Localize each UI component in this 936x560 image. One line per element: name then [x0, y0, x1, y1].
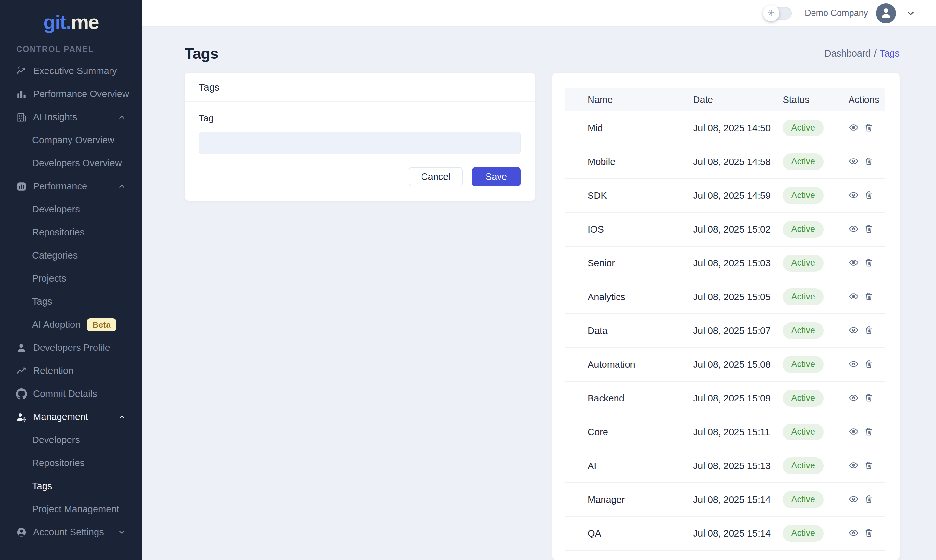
table-row: AnalyticsJul 08, 2025 15:05Active	[565, 280, 885, 314]
status-cell: Active	[776, 322, 834, 339]
trash-icon	[864, 359, 874, 370]
eye-icon	[848, 426, 859, 437]
company-name: Demo Company	[805, 8, 868, 18]
delete-button[interactable]	[864, 528, 874, 539]
status-badge: Active	[783, 356, 823, 372]
table-row: BackendJul 08, 2025 15:09Active	[565, 382, 885, 415]
view-button[interactable]	[848, 528, 859, 539]
cancel-button[interactable]: Cancel	[409, 167, 463, 186]
delete-button[interactable]	[864, 258, 874, 269]
tag-date: Jul 08, 2025 15:07	[693, 326, 776, 336]
status-cell: Active	[776, 423, 834, 440]
delete-button[interactable]	[864, 156, 874, 167]
delete-button[interactable]	[864, 494, 874, 505]
breadcrumb-current[interactable]: Tags	[880, 48, 900, 58]
person-icon	[879, 6, 893, 20]
column-header-name: Name	[565, 94, 693, 105]
trend-icon	[15, 365, 27, 377]
view-button[interactable]	[848, 426, 859, 437]
eye-icon	[848, 460, 859, 471]
view-button[interactable]	[848, 460, 859, 471]
chevron-up-icon	[117, 113, 126, 122]
sidebar-section-label: CONTROL PANEL	[16, 44, 142, 54]
sidebar-item-ai-insights[interactable]: AI Insights	[0, 106, 142, 129]
view-button[interactable]	[848, 494, 859, 505]
trash-icon	[864, 325, 874, 336]
status-badge: Active	[783, 120, 823, 136]
delete-button[interactable]	[864, 393, 874, 404]
status-badge: Active	[783, 525, 823, 542]
user-menu-button[interactable]	[906, 8, 916, 18]
sidebar-subitem-repositories[interactable]: Repositories	[20, 451, 142, 475]
sidebar-subitem-repositories[interactable]: Repositories	[20, 221, 142, 244]
tag-name: Mid	[565, 123, 693, 134]
sidebar-subitem-tags[interactable]: Tags	[20, 290, 142, 313]
sidebar-subitem-ai-adoption[interactable]: AI AdoptionBeta	[20, 313, 142, 336]
actions-cell	[834, 190, 885, 201]
sidebar-subitem-categories[interactable]: Categories	[20, 244, 142, 267]
sidebar-item-performance-overview[interactable]: Performance Overview	[0, 83, 142, 106]
table-header: Name Date Status Actions	[565, 88, 885, 111]
status-badge: Active	[783, 457, 823, 474]
view-button[interactable]	[848, 359, 859, 370]
tag-name: Automation	[565, 359, 693, 370]
sidebar-subgroup: DevelopersRepositoriesCategoriesProjects…	[20, 198, 142, 336]
trash-icon	[864, 393, 874, 404]
delete-button[interactable]	[864, 190, 874, 201]
delete-button[interactable]	[864, 460, 874, 471]
tag-name: SDK	[565, 190, 693, 201]
sidebar-item-retention[interactable]: Retention	[0, 359, 142, 382]
save-button[interactable]: Save	[472, 167, 521, 186]
delete-button[interactable]	[864, 359, 874, 370]
sidebar-item-commit-details[interactable]: Commit Details	[0, 382, 142, 405]
delete-button[interactable]	[864, 224, 874, 235]
view-button[interactable]	[848, 156, 859, 167]
sidebar-item-developers-profile[interactable]: Developers Profile	[0, 336, 142, 359]
sidebar-item-executive-summary[interactable]: Executive Summary	[0, 60, 142, 83]
columns: Tags Tag Cancel Save Name Date Status Ac…	[185, 73, 900, 560]
view-button[interactable]	[848, 224, 859, 235]
table-row: MidJul 08, 2025 14:50Active	[565, 111, 885, 145]
breadcrumb-dashboard[interactable]: Dashboard	[825, 48, 871, 58]
sidebar-item-management[interactable]: Management	[0, 405, 142, 428]
status-cell: Active	[776, 525, 834, 542]
view-button[interactable]	[848, 393, 859, 404]
sidebar-item-account-settings[interactable]: Account Settings	[0, 521, 142, 544]
sidebar-subgroup: Company OverviewDevelopers Overview	[20, 129, 142, 175]
delete-button[interactable]	[864, 291, 874, 302]
form-actions: Cancel Save	[199, 167, 521, 186]
sidebar-subitem-project-management[interactable]: Project Management	[20, 498, 142, 521]
actions-cell	[834, 426, 885, 437]
status-cell: Active	[776, 356, 834, 372]
delete-button[interactable]	[864, 123, 874, 134]
sidebar-subitem-developers-overview[interactable]: Developers Overview	[20, 152, 142, 175]
status-badge: Active	[783, 491, 823, 508]
tag-input[interactable]	[199, 132, 521, 154]
view-button[interactable]	[848, 123, 859, 134]
trash-icon	[864, 190, 874, 201]
view-button[interactable]	[848, 258, 859, 269]
trash-icon	[864, 460, 874, 471]
sidebar-subitem-company-overview[interactable]: Company Overview	[20, 129, 142, 152]
table-row: QAJul 08, 2025 15:14Active	[565, 517, 885, 551]
eye-icon	[848, 190, 859, 201]
delete-button[interactable]	[864, 325, 874, 336]
table-row: AutomationJul 08, 2025 15:08Active	[565, 348, 885, 382]
view-button[interactable]	[848, 190, 859, 201]
view-button[interactable]	[848, 325, 859, 336]
tag-date: Jul 08, 2025 15:02	[693, 224, 776, 235]
user-avatar[interactable]	[876, 3, 896, 23]
theme-toggle[interactable]	[764, 7, 792, 20]
chevron-up-icon	[117, 412, 126, 422]
sidebar-subitem-developers[interactable]: Developers	[20, 428, 142, 451]
view-button[interactable]	[848, 291, 859, 302]
person-gear-icon	[15, 411, 27, 423]
sidebar-subitem-developers[interactable]: Developers	[20, 198, 142, 221]
sidebar-subitem-projects[interactable]: Projects	[20, 267, 142, 290]
status-badge: Active	[783, 390, 823, 406]
sidebar-subitem-tags[interactable]: Tags	[20, 475, 142, 498]
sidebar-item-performance[interactable]: Performance	[0, 175, 142, 198]
delete-button[interactable]	[864, 426, 874, 437]
page-content: Tags Dashboard/Tags Tags Tag Cancel Save	[142, 27, 936, 560]
status-cell: Active	[776, 457, 834, 474]
